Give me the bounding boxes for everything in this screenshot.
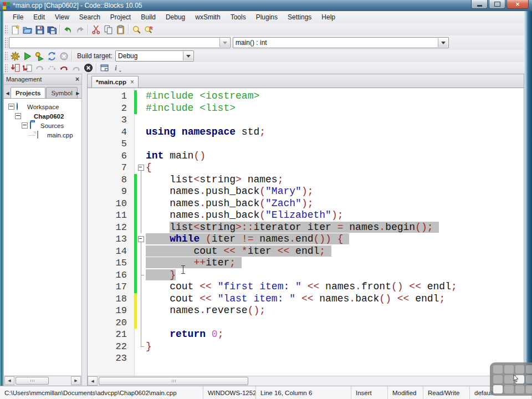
tree-item-workspace[interactable]: Workspace [4, 102, 81, 111]
step-into-icon[interactable] [58, 63, 70, 74]
find-icon[interactable] [130, 24, 142, 35]
debugging-windows-icon[interactable] [98, 63, 110, 74]
collapse-icon[interactable] [15, 113, 21, 119]
save-icon[interactable] [33, 24, 45, 35]
scope-combobox[interactable] [9, 37, 231, 48]
code-line[interactable]: 22} [88, 341, 524, 353]
abort-icon[interactable] [58, 50, 70, 62]
stop-debugger-icon[interactable] [82, 63, 94, 74]
toolbar-grip[interactable] [4, 24, 8, 34]
fold-collapse-icon[interactable] [137, 162, 146, 174]
management-header[interactable]: Management × [4, 74, 81, 85]
collapse-icon[interactable] [8, 104, 14, 110]
title-bar[interactable]: *main.cpp [Chap0602] - Code::Blocks 10.0… [0, 0, 532, 11]
redo-icon[interactable] [74, 24, 86, 35]
code-line[interactable]: 1#include <iostream> [88, 90, 524, 103]
scroll-left-icon[interactable]: ◀ [4, 376, 14, 385]
build-and-run-icon[interactable] [33, 50, 45, 62]
tree-item-sources[interactable]: Sources [4, 121, 81, 130]
code-line[interactable]: 6int main() [88, 150, 524, 162]
scroll-left-icon[interactable]: ◀ [88, 376, 98, 386]
maximize-button[interactable] [489, 0, 505, 9]
tab-symbols[interactable]: Symbol [46, 87, 77, 98]
menu-item-search[interactable]: Search [74, 12, 105, 22]
save-all-icon[interactable] [45, 24, 58, 35]
menu-item-view[interactable]: View [50, 12, 74, 22]
cut-icon[interactable] [90, 24, 102, 35]
rebuild-icon[interactable] [45, 50, 58, 62]
menu-item-wxsmith[interactable]: wxSmith [190, 12, 225, 22]
tab-scroll-right-icon[interactable]: ▶ [75, 88, 81, 98]
code-line[interactable]: 17 cout << "first item: " << names.front… [88, 281, 524, 293]
tree-hscrollbar[interactable]: ◀ ▶ [4, 376, 81, 385]
code-line[interactable]: 7{ [88, 162, 524, 174]
copy-icon[interactable] [102, 24, 114, 35]
toolbar-grip[interactable] [4, 63, 8, 73]
tab-scroll-left-icon[interactable]: ◀ [4, 88, 11, 98]
tab-projects[interactable]: Projects [11, 87, 45, 98]
next-instruction-icon[interactable] [45, 63, 58, 74]
code-line[interactable]: 12 list<string>::iterator iter = names.b… [88, 222, 524, 234]
code-line[interactable]: 13 while (iter != names.end()) { [88, 233, 524, 245]
menu-item-debug[interactable]: Debug [161, 12, 190, 22]
line-number: 11 [88, 209, 134, 222]
menu-item-help[interactable]: Help [316, 12, 340, 22]
code-area[interactable]: 1#include <iostream>2#include <list>34us… [88, 88, 524, 376]
code-line[interactable]: 3 [88, 114, 524, 126]
code-line[interactable]: 8 list<string> names; [88, 174, 524, 186]
code-line[interactable]: 9 names.push_back("Mary"); [88, 186, 524, 198]
tab-main-cpp[interactable]: *main.cpp × [91, 76, 139, 88]
code-line[interactable]: 19 names.reverse(); [88, 305, 524, 317]
various-info-icon[interactable]: i [110, 63, 122, 74]
symbol-combobox[interactable]: main() : int [233, 37, 449, 48]
panel-splitter[interactable] [82, 74, 87, 386]
editor-hscrollbar[interactable]: ◀ ▶ [88, 376, 524, 386]
menu-item-plugins[interactable]: Plugins [251, 12, 283, 22]
code-line[interactable]: 11 names.push_back("Elizabeth"); [88, 209, 524, 222]
next-line-icon[interactable] [33, 63, 45, 74]
paste-icon[interactable] [114, 24, 126, 35]
code-line[interactable]: 15 ++iter; [88, 257, 524, 269]
run-to-cursor-icon[interactable] [21, 63, 33, 74]
undo-icon[interactable] [62, 24, 74, 35]
menu-item-tools[interactable]: Tools [226, 12, 251, 22]
code-line[interactable]: 5 [88, 138, 524, 150]
tree-item-chap0602[interactable]: Chap0602 [4, 111, 81, 121]
build-icon[interactable] [9, 50, 21, 62]
minimize-button[interactable] [471, 0, 488, 9]
menu-item-settings[interactable]: Settings [283, 12, 316, 22]
toolbar-grip[interactable] [4, 37, 8, 49]
debug-continue-icon[interactable] [9, 63, 21, 74]
menu-item-edit[interactable]: Edit [28, 12, 50, 22]
menu-item-build[interactable]: Build [136, 12, 161, 22]
new-file-icon[interactable] [9, 24, 21, 35]
close-panel-icon[interactable]: × [75, 76, 79, 82]
scroll-right-icon[interactable]: ▶ [71, 376, 81, 385]
code-line[interactable]: 16 } [88, 269, 524, 282]
code-line[interactable]: 4using namespace std; [88, 126, 524, 139]
close-tab-icon[interactable]: × [130, 78, 134, 86]
close-button[interactable]: ✕ [507, 0, 529, 9]
fold-margin [137, 329, 146, 341]
replace-icon[interactable]: R [142, 24, 155, 35]
build-target-combobox[interactable]: Debug [115, 50, 194, 62]
menu-item-project[interactable]: Project [105, 12, 136, 22]
collapse-icon[interactable] [22, 122, 28, 129]
toolbar-grip[interactable] [4, 51, 8, 61]
run-icon[interactable] [21, 50, 33, 62]
chevron-down-icon[interactable] [219, 38, 229, 47]
code-line[interactable]: 10 names.push_back("Zach"); [88, 198, 524, 210]
chevron-down-icon[interactable] [438, 38, 448, 47]
step-out-icon[interactable] [70, 63, 82, 74]
code-line[interactable]: 2#include <list> [88, 103, 524, 115]
code-line[interactable]: 14 cout << *iter << endl; [88, 245, 524, 258]
fold-collapse-icon[interactable] [137, 233, 146, 245]
menu-item-file[interactable]: File [8, 12, 28, 22]
code-line[interactable]: 20 [88, 317, 524, 329]
code-line[interactable]: 18 cout << "last item: " << names.back()… [88, 293, 524, 305]
open-file-icon[interactable] [21, 24, 33, 35]
chevron-down-icon[interactable] [183, 52, 193, 60]
code-line[interactable]: 21 return 0; [88, 329, 524, 341]
code-line[interactable]: 23 [88, 352, 524, 365]
tree-item-main-cpp[interactable]: main.cpp [4, 130, 81, 140]
